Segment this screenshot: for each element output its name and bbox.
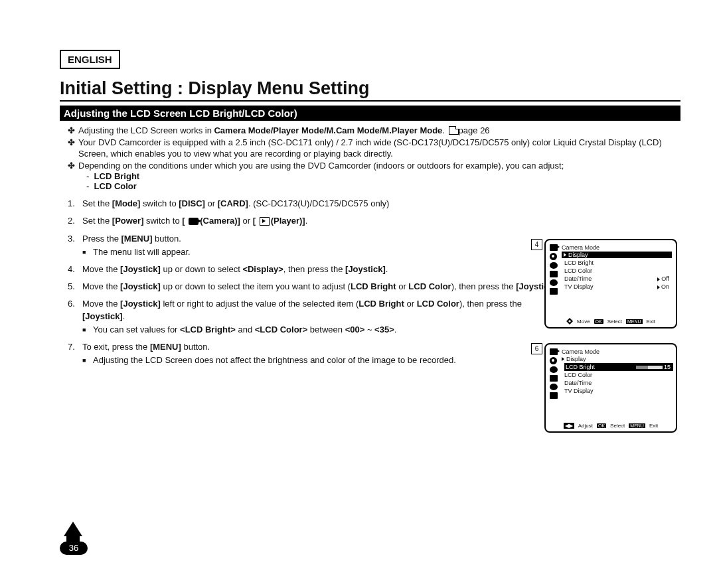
- sub-item: - LCD Color: [86, 181, 680, 191]
- step-number: 2.: [68, 215, 82, 227]
- move-icon: [566, 318, 573, 325]
- step-number: 1.: [68, 198, 82, 210]
- square-bullet-icon: ■: [82, 354, 93, 366]
- step-number: 6.: [68, 298, 82, 310]
- page-corner: 36: [60, 522, 97, 555]
- step-4: Move the [Joystick] up or down to select…: [82, 263, 560, 275]
- screen-section: Display: [562, 356, 672, 362]
- camera-mode-icon: [550, 244, 558, 251]
- screen-footer: Move OKSelect MENUExit: [546, 318, 676, 325]
- tv-icon: [550, 392, 558, 399]
- screen-mode-label: Camera Mode: [550, 244, 672, 251]
- bullet-2: Your DVD Camcorder is equipped with a 2.…: [78, 137, 680, 160]
- step-1: Set the [Mode] switch to [DISC] or [CARD…: [82, 198, 560, 210]
- menu-item: TV DisplayOn: [564, 283, 672, 291]
- menu-item: TV Display: [564, 387, 672, 395]
- step-number: 5.: [68, 281, 82, 293]
- step-7: To exit, press the [MENU] button. ■Adjus…: [82, 341, 560, 366]
- camera-mode-icon: [550, 348, 558, 355]
- ok-key-icon: OK: [594, 319, 603, 324]
- page-number: 36: [60, 542, 88, 555]
- menu-item: Date/TimeOff: [564, 275, 672, 283]
- settings-icon: [550, 262, 558, 269]
- step-badge: 6: [531, 343, 542, 354]
- step-5: Move the [Joystick] up or down to select…: [82, 281, 560, 293]
- bullet-icon: ✤: [68, 160, 78, 172]
- step-number: 3.: [68, 233, 82, 245]
- tv-icon: [550, 288, 558, 295]
- step-number: 4.: [68, 263, 82, 275]
- lcd-screenshot-6: 6 Camera Mode Display LCD Bright 15 LCD …: [544, 343, 680, 433]
- screen-footer: ◀▶Adjust OKSelect MENUExit: [546, 423, 676, 429]
- menu-key-icon: MENU: [626, 319, 643, 324]
- film-icon: [550, 271, 558, 277]
- screen-section-selected: Display: [562, 252, 672, 258]
- step-2: Set the [Power] switch to [ (Camera)] or…: [82, 215, 560, 227]
- screen-mode-label: Camera Mode: [550, 348, 672, 355]
- film-icon: [550, 375, 558, 382]
- disc-icon: [550, 253, 557, 260]
- bullet-icon: ✤: [68, 125, 78, 137]
- page-ref-icon: [449, 126, 459, 135]
- menu-key-icon: MENU: [629, 423, 645, 428]
- player-icon: [260, 217, 270, 226]
- page-title: Initial Setting : Display Menu Setting: [60, 78, 680, 102]
- bullet-3: Depending on the conditions under which …: [78, 160, 680, 172]
- disc-icon: [550, 357, 557, 364]
- intro-bullets: ✤ Adjusting the LCD Screen works in Came…: [68, 125, 680, 191]
- step-badge: 4: [531, 239, 542, 250]
- clock-icon: [550, 384, 558, 390]
- ok-key-icon: OK: [597, 423, 606, 428]
- menu-item: LCD Bright: [564, 259, 672, 267]
- step-3: Press the [MENU] button. ■The menu list …: [82, 233, 560, 258]
- camera-icon: [189, 218, 199, 225]
- adjust-icon: ◀▶: [564, 423, 574, 429]
- bullet-icon: ✤: [68, 137, 78, 149]
- menu-item: LCD Color: [564, 267, 672, 275]
- clock-icon: [550, 279, 558, 286]
- lcd-screenshot-4: 4 Camera Mode Display LCD Bright LCD Col…: [544, 239, 680, 329]
- square-bullet-icon: ■: [82, 246, 93, 258]
- section-bar: Adjusting the LCD Screen LCD Bright/LCD …: [60, 106, 680, 121]
- menu-item-selected: LCD Bright 15: [564, 363, 673, 371]
- settings-icon: [550, 366, 558, 373]
- step-6: Move the [Joystick] left or right to adj…: [82, 298, 560, 336]
- step-number: 7.: [68, 341, 82, 353]
- square-bullet-icon: ■: [82, 324, 93, 336]
- language-label: ENGLISH: [60, 50, 120, 69]
- menu-item: Date/Time: [564, 379, 672, 387]
- sub-item: - LCD Bright: [86, 171, 680, 181]
- bullet-1: Adjusting the LCD Screen works in Camera…: [78, 125, 680, 137]
- menu-item: LCD Color: [564, 371, 672, 379]
